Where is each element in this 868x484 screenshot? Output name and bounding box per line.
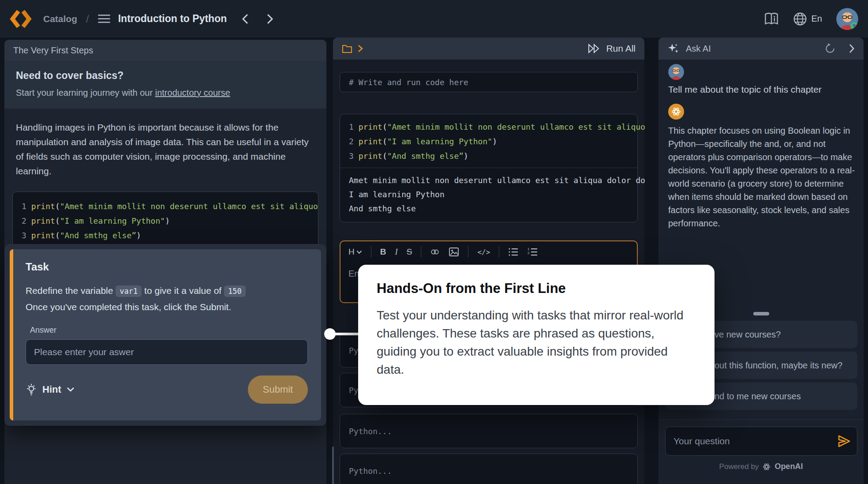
toolbar-divider — [468, 246, 468, 258]
lesson-code-block: 1 print("Amet minim mollit non deserunt … — [12, 191, 318, 250]
run-all-icon — [587, 43, 601, 54]
rte-toolbar: H B I S </> — [340, 241, 637, 263]
folder-icon — [342, 44, 352, 53]
openai-logo-icon — [762, 462, 771, 471]
bold-button[interactable]: B — [380, 247, 386, 257]
inline-code-var1: var1 — [116, 285, 142, 297]
strikethrough-button[interactable]: S — [407, 247, 412, 257]
heading-button[interactable]: H — [348, 247, 362, 257]
workspace-breadcrumb[interactable] — [342, 44, 363, 53]
tooltip-anchor-dot — [324, 328, 336, 340]
italic-button[interactable]: I — [395, 247, 397, 257]
user-chat-message: Tell me about the topic of this chapter — [668, 84, 822, 95]
submit-button[interactable]: Submit — [248, 375, 308, 404]
image-button[interactable] — [449, 247, 459, 257]
code-workspace-panel: Run All 1 print("Amet minim mollit non d… — [333, 38, 644, 484]
refresh-icon[interactable] — [824, 42, 836, 55]
chapter-list-icon[interactable] — [98, 14, 111, 24]
user-avatar[interactable] — [836, 8, 858, 30]
code-button[interactable]: </> — [477, 248, 490, 256]
brand-logo-icon[interactable] — [10, 8, 32, 30]
ask-ai-panel: Ask AI Tell me about the topic of this c… — [658, 38, 864, 484]
tooltip-body: Test your understanding with tasks that … — [377, 306, 696, 379]
ask-ai-title: Ask AI — [686, 44, 711, 54]
lesson-paragraph: Handling images in Python is important b… — [4, 109, 326, 178]
python-cell-input[interactable]: Python... — [340, 454, 638, 484]
ask-ai-header: Ask AI — [658, 38, 864, 60]
onboarding-tooltip: Hands-On from the First Line Test your u… — [358, 265, 715, 405]
scratch-code-input[interactable] — [340, 72, 638, 92]
callout-text: Start your learning journey with our int… — [16, 88, 315, 98]
lesson-title: The Very First Steps — [13, 45, 93, 56]
code-line: 3 print("And smthg else”) — [22, 228, 309, 243]
introductory-course-link[interactable]: introductory course — [155, 88, 230, 98]
collapse-panel-icon[interactable] — [849, 44, 855, 53]
language-label: En — [812, 14, 822, 24]
openai-avatar — [668, 104, 684, 120]
lightbulb-icon — [26, 383, 37, 396]
link-button[interactable] — [430, 247, 440, 257]
answer-input[interactable] — [26, 339, 308, 365]
workspace-header: Run All — [333, 38, 644, 60]
input-area-divider — [658, 420, 864, 420]
openai-logo-icon — [671, 106, 681, 117]
answer-label: Answer — [30, 326, 308, 335]
chevron-right-icon — [358, 45, 363, 53]
task-accent-bar — [10, 249, 13, 420]
chat-user-avatar — [668, 64, 684, 80]
sparkles-icon — [667, 42, 680, 55]
lesson-panel-header: The Very First Steps — [4, 40, 326, 61]
code-line: 1 print("Amet minim mollit non deserunt … — [22, 199, 309, 214]
chevron-down-icon — [67, 387, 75, 392]
svg-text:2: 2 — [528, 251, 530, 255]
hint-label: Hint — [42, 384, 61, 395]
catalog-link[interactable]: Catalog — [43, 14, 77, 24]
tooltip-title: Hands-On from the First Line — [377, 281, 696, 296]
ai-chat-message: This chapter focuses on using Boolean lo… — [668, 124, 855, 230]
toolbar-divider — [499, 246, 499, 258]
breadcrumb-separator: / — [86, 13, 89, 25]
send-icon[interactable] — [837, 434, 851, 448]
chapter-title: Introduction to Python — [118, 13, 227, 25]
chevron-down-icon — [356, 250, 362, 254]
language-switcher[interactable]: En — [793, 12, 822, 26]
suggestions-drag-handle[interactable] — [753, 312, 769, 315]
topbar: Catalog / Introduction to Python En — [0, 0, 868, 38]
task-instruction-1: Redefine the variable var1 to give it a … — [26, 283, 308, 299]
svg-text:1: 1 — [528, 247, 530, 251]
run-all-label: Run All — [606, 43, 636, 54]
task-instruction-2: Once you've completed this task, click t… — [26, 299, 308, 315]
python-cell-input[interactable]: Python... — [340, 414, 638, 448]
prev-chapter-icon[interactable] — [242, 14, 249, 24]
docs-book-icon[interactable] — [764, 12, 779, 26]
task-panel: Task Redefine the variable var1 to give … — [4, 244, 326, 426]
code-cell-editor[interactable]: 1 print("Amet minim mollit non deserunt … — [340, 114, 637, 168]
inline-code-150: 150 — [224, 285, 246, 297]
globe-icon — [793, 12, 807, 26]
basics-callout: Need to cover basics? Start your learnin… — [4, 61, 326, 109]
bullet-list-button[interactable] — [508, 247, 519, 257]
next-chapter-icon[interactable] — [266, 14, 273, 24]
task-title: Task — [26, 261, 308, 273]
openai-label: OpenAI — [774, 462, 803, 471]
callout-title: Need to cover basics? — [16, 70, 315, 82]
code-cell: 1 print("Amet minim mollit non deserunt … — [340, 114, 638, 222]
run-all-button[interactable]: Run All — [587, 43, 636, 54]
panel-scrollbar-thumb[interactable] — [332, 446, 334, 484]
toolbar-divider — [421, 246, 421, 258]
powered-by: Powered by OpenAI — [658, 462, 864, 471]
hint-button[interactable]: Hint — [26, 383, 75, 396]
code-line: 2 print("I am learning Python") — [22, 214, 309, 228]
numbered-list-button[interactable]: 1 2 — [528, 247, 538, 257]
code-cell-output: Amet minim mollit non deserunt ullamco e… — [340, 168, 637, 222]
toolbar-divider — [371, 246, 371, 258]
ai-question-input[interactable] — [665, 427, 857, 456]
